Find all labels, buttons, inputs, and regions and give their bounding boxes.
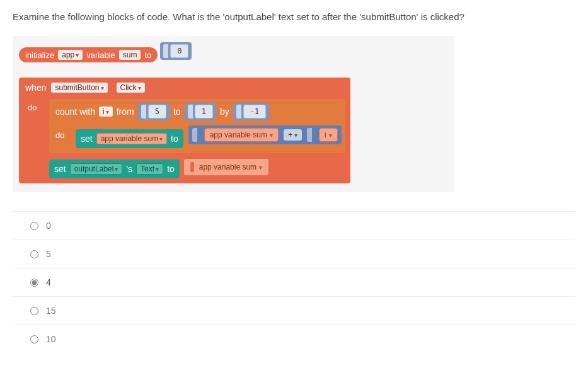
chevron-down-icon: ▾	[115, 166, 118, 173]
answer-option[interactable]: 15	[13, 296, 575, 325]
from-socket: 5	[138, 103, 170, 120]
addition-expression: app variable sum ▾ + ▾ i	[188, 125, 342, 144]
output-prop-dropdown[interactable]: Text ▾	[136, 163, 163, 175]
expr-left-var[interactable]: app variable sum ▾	[204, 128, 279, 142]
kw-to: to	[144, 50, 151, 60]
chevron-down-icon: ▾	[159, 136, 163, 142]
expr-op-value: +	[288, 130, 292, 139]
answer-option[interactable]: 10	[13, 325, 575, 353]
answer-option[interactable]: 4	[13, 268, 575, 296]
answer-label: 15	[46, 306, 56, 316]
answer-label: 4	[46, 277, 51, 287]
answer-label: 0	[46, 221, 51, 231]
to-value[interactable]: 1	[195, 105, 213, 118]
chevron-down-icon: ▾	[259, 164, 262, 171]
expr-right-label: i	[325, 130, 326, 139]
chevron-down-icon: ▾	[294, 132, 297, 139]
kw-variable: variable	[86, 50, 115, 60]
by-value[interactable]: -1	[243, 105, 266, 118]
expr-left-label: app variable sum	[210, 130, 267, 139]
when-event-dropdown[interactable]: Click ▾	[117, 83, 145, 93]
count-with-block: count with i ▾ from 5 to	[49, 99, 345, 153]
answer-radio[interactable]	[30, 250, 38, 258]
output-prop-value: Text	[141, 165, 154, 173]
answer-radio[interactable]	[30, 279, 38, 287]
when-event-value: Click	[120, 83, 137, 92]
when-block: when submitButton ▾ Click ▾ do count wit…	[19, 78, 350, 183]
count-var-value: i	[103, 107, 105, 116]
puzzle-notch-icon	[307, 128, 312, 142]
set-sum-block: set app variable sum ▾ to	[76, 129, 183, 148]
chevron-down-icon: ▾	[76, 52, 79, 59]
answer-option[interactable]: 5	[13, 240, 575, 268]
to-socket: 1	[185, 103, 216, 120]
puzzle-notch-icon	[192, 128, 197, 142]
initialize-pill: initialize app ▾ variable sum to	[19, 47, 158, 62]
chevron-down-icon: ▾	[156, 166, 159, 173]
when-target-dropdown[interactable]: submitButton ▾	[51, 83, 107, 93]
answer-radio[interactable]	[30, 307, 38, 315]
answer-radio[interactable]	[30, 222, 38, 230]
puzzle-notch-icon	[190, 162, 194, 172]
answer-label: 10	[46, 334, 56, 344]
kw-when: when	[25, 83, 46, 93]
kw-to-count: to	[173, 107, 181, 117]
chevron-down-icon: ▾	[101, 84, 104, 91]
when-target-value: submitButton	[55, 83, 99, 92]
kw-by: by	[220, 107, 229, 117]
from-value[interactable]: 5	[148, 105, 166, 118]
answer-radio[interactable]	[30, 335, 38, 344]
answer-option[interactable]: 0	[13, 211, 575, 240]
possessive: 's	[126, 164, 132, 174]
by-socket: -1	[233, 103, 269, 120]
chevron-down-icon: ▾	[270, 132, 273, 139]
kw-set-2: set	[54, 164, 66, 174]
init-value-socket: 0	[160, 42, 192, 60]
varname-slot[interactable]: sum	[119, 50, 141, 60]
answer-label: 5	[46, 249, 51, 259]
kw-do-inner: do	[53, 124, 76, 149]
set-output-block: set outputLabel ▾ 's Text ▾ to	[49, 159, 180, 178]
kw-set: set	[81, 134, 93, 144]
expr-op-dropdown[interactable]: + ▾	[284, 129, 302, 141]
puzzle-notch-icon	[141, 105, 146, 118]
answer-options: 0541510	[13, 211, 575, 353]
output-target-value: outputLabel	[74, 165, 114, 173]
puzzle-notch-icon	[188, 105, 193, 118]
puzzle-notch-icon	[236, 105, 241, 118]
kw-do: do	[24, 96, 49, 178]
count-var-dropdown[interactable]: i ▾	[99, 107, 113, 117]
kw-from: from	[117, 107, 134, 117]
scope-value: app	[62, 50, 74, 59]
kw-initialize: initialize	[25, 50, 54, 60]
code-blocks-area: initialize app ▾ variable sum to 0 when …	[13, 36, 454, 193]
puzzle-notch-icon	[163, 44, 168, 58]
output-target-dropdown[interactable]: outputLabel ▾	[70, 163, 123, 175]
chevron-down-icon: ▾	[106, 108, 109, 115]
set-sum-target-value: app variable sum	[101, 134, 158, 143]
output-value-var[interactable]: app variable sum ▾	[183, 158, 269, 176]
kw-to-set-2: to	[167, 164, 175, 174]
kw-count-with: count with	[55, 107, 95, 117]
output-value-label: app variable sum	[199, 163, 257, 171]
set-sum-target-dropdown[interactable]: app variable sum ▾	[96, 133, 167, 144]
initialize-block: initialize app ▾ variable sum to 0	[19, 42, 447, 63]
init-value[interactable]: 0	[170, 44, 188, 58]
scope-dropdown[interactable]: app ▾	[58, 50, 83, 60]
kw-to-set: to	[171, 134, 178, 144]
expr-right-var[interactable]: i ▾	[319, 128, 338, 142]
chevron-down-icon: ▾	[329, 132, 332, 139]
question-text: Examine the following blocks of code. Wh…	[13, 10, 575, 25]
chevron-down-icon: ▾	[138, 84, 141, 91]
